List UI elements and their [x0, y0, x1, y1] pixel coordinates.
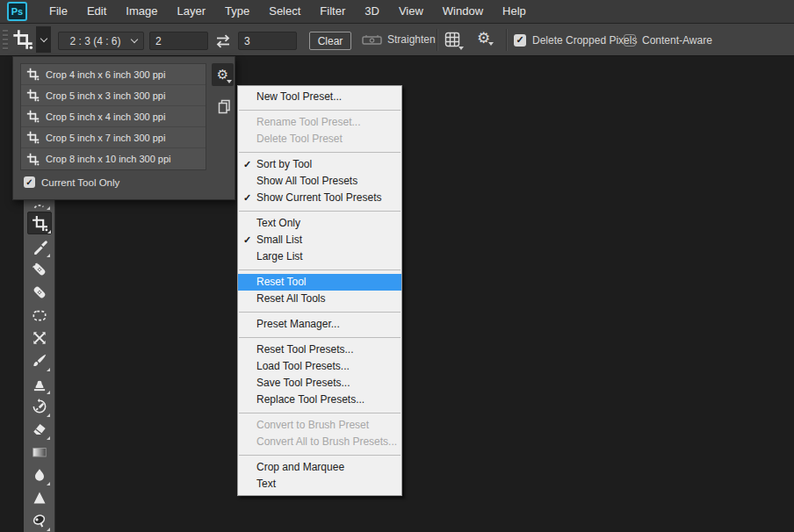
crop-overlay-grid-icon[interactable] [444, 32, 460, 51]
menu-item-show-current-tool-presets[interactable]: Show Current Tool Presets [238, 190, 401, 206]
tool-preset-label: Crop 5 inch x 7 inch 300 ppi [46, 133, 165, 143]
current-tool-only-label: Current Tool Only [41, 177, 119, 188]
separator [506, 29, 507, 51]
menu-select[interactable]: Select [259, 0, 310, 23]
current-tool-only-option[interactable]: Current Tool Only [24, 176, 119, 188]
chevron-down-icon [131, 36, 138, 43]
aspect-ratio-select[interactable]: 2 : 3 (4 : 6) [58, 32, 144, 50]
tool-preset-item[interactable]: Crop 5 inch x 7 inch 300 ppi [21, 127, 206, 148]
menu-item-reset-tool[interactable]: Reset Tool [238, 274, 401, 291]
menu-help[interactable]: Help [493, 0, 536, 23]
menu-edit[interactable]: Edit [77, 0, 116, 23]
menu-window[interactable]: Window [433, 0, 493, 23]
menu-separator [239, 270, 401, 270]
menu-item-crop-and-marquee[interactable]: Crop and Marquee [238, 459, 401, 476]
menu-separator [239, 413, 401, 413]
tool-preset-item[interactable]: Crop 5 inch x 3 inch 300 ppi [21, 85, 206, 106]
menu-file[interactable]: File [40, 0, 77, 23]
menu-item-reset-tool-presets[interactable]: Reset Tool Presets... [238, 341, 401, 358]
content-aware-label: Content-Aware [642, 34, 712, 47]
tool-preset-label: Crop 4 inch x 6 inch 300 ppi [46, 69, 165, 80]
menu-item-preset-manager[interactable]: Preset Manager... [238, 316, 401, 333]
menu-filter[interactable]: Filter [310, 0, 355, 23]
menu-separator [239, 211, 401, 212]
menu-item-text-only[interactable]: Text Only [238, 215, 401, 232]
menu-separator [239, 455, 401, 456]
options-bar: 2 : 3 (4 : 6) Clear Straighten ⚙ Delete … [0, 24, 794, 56]
eraser-tool[interactable] [29, 419, 50, 440]
eyedropper-tool[interactable] [29, 236, 50, 257]
patch-tool[interactable] [29, 305, 50, 326]
menu-separator [239, 312, 401, 313]
tool-preset-item[interactable]: Crop 5 inch x 4 inch 300 ppi [21, 106, 206, 127]
spot-healing-brush-tool[interactable] [29, 259, 50, 280]
menu-type[interactable]: Type [215, 0, 259, 23]
gradient-tool[interactable] [29, 442, 50, 463]
menu-item-delete-tool-preset: Delete Tool Preset [238, 131, 401, 147]
menu-item-convert-all-to-brush-presets: Convert All to Brush Presets... [238, 434, 401, 450]
straighten-icon[interactable] [362, 33, 383, 47]
tool-preset-item[interactable]: Crop 8 inch x 10 inch 300 ppi [21, 148, 206, 169]
menu-item-save-tool-presets[interactable]: Save Tool Presets... [238, 375, 401, 392]
photoshop-logo: Ps [7, 2, 27, 21]
tool-preset-label: Crop 8 inch x 10 inch 300 ppi [46, 154, 170, 164]
chevron-down-icon [40, 34, 47, 41]
menu-item-small-list[interactable]: Small List [238, 232, 401, 248]
content-aware-move-tool[interactable] [29, 327, 50, 349]
menu-item-new-tool-preset[interactable]: New Tool Preset... [238, 89, 401, 105]
clear-button[interactable]: Clear [309, 32, 351, 50]
menu-item-show-all-tool-presets[interactable]: Show All Tool Presets [238, 173, 401, 190]
tool-presets-panel: Crop 4 inch x 6 inch 300 ppi Crop 5 inch… [12, 56, 235, 200]
tool-preset-item[interactable]: Crop 4 inch x 6 inch 300 ppi [21, 64, 206, 85]
aspect-ratio-value: 2 : 3 (4 : 6) [59, 35, 132, 47]
menu-separator [239, 337, 401, 338]
tool-preset-list: Crop 4 inch x 6 inch 300 ppi Crop 5 inch… [20, 63, 206, 170]
menu-view[interactable]: View [389, 0, 433, 23]
healing-brush-tool[interactable] [29, 282, 50, 303]
separator [437, 29, 437, 51]
menu-item-convert-to-brush-preset: Convert to Brush Preset [238, 417, 401, 434]
tool-preset-label: Crop 5 inch x 3 inch 300 ppi [46, 90, 165, 101]
menu-item-sort-by-tool[interactable]: Sort by Tool [238, 156, 401, 173]
menu-item-reset-all-tools[interactable]: Reset All Tools [238, 291, 401, 307]
crop-height-input[interactable] [238, 32, 297, 50]
crop-tool-icon [12, 29, 33, 50]
menu-layer[interactable]: Layer [168, 0, 216, 23]
chevron-down-icon [488, 42, 494, 46]
panel-menu-gear-button[interactable]: ⚙ [212, 63, 234, 86]
delete-cropped-pixels-label: Delete Cropped Pixels [532, 34, 637, 47]
content-aware-checkbox[interactable] [624, 34, 636, 47]
swap-width-height-icon[interactable] [213, 33, 233, 49]
history-brush-tool[interactable] [29, 396, 50, 417]
menu-separator [239, 110, 401, 111]
current-tool-only-checkbox[interactable] [24, 176, 35, 188]
blur-tool[interactable] [29, 464, 50, 485]
menu-item-text[interactable]: Text [238, 476, 401, 492]
tool-preset-picker-chevron[interactable] [36, 26, 51, 53]
menu-item-replace-tool-presets[interactable]: Replace Tool Presets... [238, 392, 401, 408]
sharpen-tool[interactable] [29, 487, 50, 508]
new-preset-icon[interactable] [216, 98, 232, 116]
brush-tool[interactable] [29, 350, 50, 371]
menu-3d[interactable]: 3D [355, 0, 389, 23]
clone-stamp-tool[interactable] [29, 373, 50, 394]
menu-item-load-tool-presets[interactable]: Load Tool Presets... [238, 358, 401, 375]
dodge-tool[interactable] [29, 510, 50, 531]
menu-separator [239, 152, 401, 153]
content-aware-option[interactable]: Content-Aware [624, 24, 712, 56]
menubar-items: File Edit Image Layer Type Select Filter… [40, 0, 536, 23]
options-bar-grip[interactable] [3, 30, 8, 51]
crop-tool[interactable] [27, 212, 52, 234]
crop-options-gear-icon[interactable]: ⚙ [477, 29, 490, 47]
menubar: Ps File Edit Image Layer Type Select Fil… [0, 0, 794, 24]
menu-image[interactable]: Image [116, 0, 167, 23]
delete-cropped-pixels-checkbox[interactable] [514, 34, 526, 47]
crop-width-input[interactable] [149, 32, 208, 50]
straighten-label[interactable]: Straighten [387, 24, 436, 56]
menu-item-rename-tool-preset: Rename Tool Preset... [238, 114, 401, 131]
chevron-down-icon [458, 47, 464, 50]
delete-cropped-pixels-option[interactable]: Delete Cropped Pixels [514, 24, 637, 56]
menu-item-large-list[interactable]: Large List [238, 248, 401, 265]
chevron-down-icon [227, 80, 232, 83]
tool-preset-picker-button[interactable] [12, 26, 51, 53]
